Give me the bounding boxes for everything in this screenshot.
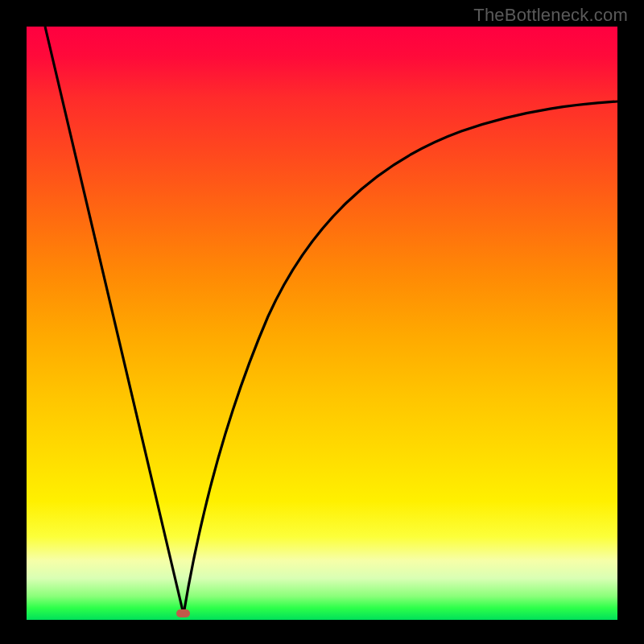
- plot-area: [27, 27, 617, 620]
- chart-frame: TheBottleneck.com: [0, 0, 644, 644]
- watermark-text: TheBottleneck.com: [473, 5, 628, 26]
- curve-left-branch: [45, 27, 184, 614]
- optimal-marker: [176, 609, 190, 617]
- bottleneck-curve: [27, 27, 617, 620]
- curve-right-branch: [184, 101, 617, 614]
